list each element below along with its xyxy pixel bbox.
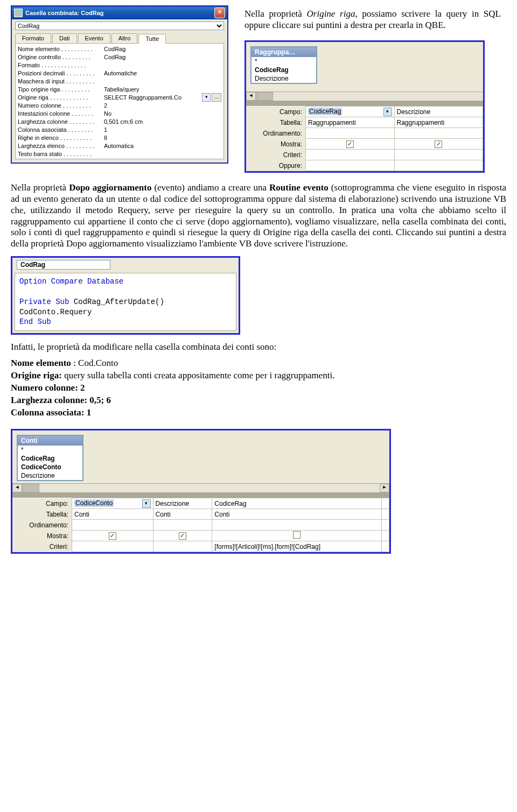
property-row[interactable]: Origine riga . . . . . . . . . . . .SELE…: [17, 93, 222, 101]
property-value[interactable]: No: [104, 110, 221, 117]
property-value[interactable]: Automatiche: [104, 70, 221, 76]
grid-cell[interactable]: Raggruppamenti: [306, 117, 395, 128]
tab-altro[interactable]: Altro: [111, 33, 138, 43]
chevron-down-icon[interactable]: ▾: [142, 499, 151, 508]
grid-cell[interactable]: [306, 150, 395, 160]
grid-cell[interactable]: [153, 531, 212, 541]
qbe-field-table[interactable]: Conti * CodiceRag CodiceConto Descrizion…: [17, 435, 83, 481]
mostra-checkbox[interactable]: [435, 140, 442, 148]
grid-cell[interactable]: Conti: [212, 509, 382, 520]
hscrollbar[interactable]: ◄: [246, 91, 483, 101]
property-value[interactable]: 1: [104, 126, 221, 133]
property-row[interactable]: Tipo origine riga . . . . . . . . .Tabel…: [17, 85, 222, 93]
scroll-thumb[interactable]: [256, 92, 273, 101]
property-sheet[interactable]: Nome elemento . . . . . . . . . .CodRagO…: [15, 43, 224, 159]
grid-cell[interactable]: [382, 509, 389, 520]
grid-cell[interactable]: [72, 531, 153, 541]
grid-cell[interactable]: [153, 520, 212, 531]
qbe-table-header[interactable]: Conti: [18, 436, 82, 446]
builder-button[interactable]: …: [212, 93, 221, 102]
mostra-checkbox[interactable]: [293, 531, 301, 539]
object-dropdown[interactable]: CodRag: [17, 260, 110, 270]
property-row[interactable]: Righe in elenco . . . . . . . . . .8: [17, 133, 222, 142]
grid-cell[interactable]: [382, 541, 389, 552]
qbe-field[interactable]: Descrizione: [251, 74, 316, 83]
grid-cell[interactable]: Raggruppamenti: [394, 117, 483, 128]
grid-cell[interactable]: Conti: [153, 509, 212, 520]
property-row[interactable]: Posizioni decimali . . . . . . . . .Auto…: [17, 69, 222, 77]
grid-cell[interactable]: [382, 498, 389, 509]
tab-formato[interactable]: Formato: [15, 33, 51, 43]
qbe-field[interactable]: *: [251, 57, 316, 66]
grid-cell[interactable]: Conti: [72, 509, 153, 520]
scroll-right-icon[interactable]: ►: [380, 484, 389, 492]
grid-cell[interactable]: [382, 531, 389, 541]
grid-cell[interactable]: [394, 128, 483, 139]
titlebar[interactable]: Casella combinata: CodRag ×: [12, 6, 227, 19]
close-icon[interactable]: ×: [214, 8, 225, 18]
qbe-field-table[interactable]: Raggruppa… * CodiceRag Descrizione: [250, 46, 317, 84]
code-area[interactable]: Option Compare Database Private Sub CodR…: [15, 273, 236, 331]
grid-cell[interactable]: CodiceRag: [212, 498, 382, 509]
scroll-left-icon[interactable]: ◄: [246, 92, 256, 101]
property-row[interactable]: Intestazioni colonne . . . . . . .No: [17, 109, 222, 117]
property-row[interactable]: Colonna associata . . . . . . . .1: [17, 125, 222, 133]
property-row[interactable]: Testo barra stato . . . . . . . . .: [17, 150, 222, 158]
grid-cell[interactable]: [306, 160, 395, 171]
property-row[interactable]: Larghezza colonne . . . . . . . .0,501 c…: [17, 117, 222, 125]
qbe-grid[interactable]: Campo: CodiceConto▾ Descrizione CodiceRa…: [12, 497, 389, 552]
qbe-grid[interactable]: Campo: CodiceRag▾ Descrizione Tabella: R…: [246, 105, 483, 171]
property-value[interactable]: 2: [104, 102, 221, 109]
grid-cell[interactable]: [153, 541, 212, 552]
property-row[interactable]: Nome elemento . . . . . . . . . .CodRag: [17, 45, 222, 53]
grid-cell[interactable]: [72, 520, 153, 531]
qbe-table-area[interactable]: Conti * CodiceRag CodiceConto Descrizion…: [12, 430, 389, 483]
grid-cell[interactable]: [forms]![Articoli]![ms].[form]![CodRag]: [212, 541, 382, 552]
chevron-down-icon[interactable]: ▾: [383, 108, 392, 116]
hscrollbar[interactable]: ◄ ►: [12, 483, 389, 492]
property-value[interactable]: CodRag: [104, 46, 221, 52]
chevron-down-icon[interactable]: ▾: [202, 93, 211, 102]
property-row[interactable]: Numero colonne . . . . . . . . .2: [17, 101, 222, 109]
qbe-field[interactable]: *: [18, 446, 82, 454]
mostra-checkbox[interactable]: [179, 532, 186, 540]
grid-cell[interactable]: [394, 160, 483, 171]
grid-cell[interactable]: [394, 139, 483, 150]
property-row[interactable]: Maschera di input . . . . . . . . .: [17, 77, 222, 85]
mostra-checkbox[interactable]: [346, 140, 354, 148]
property-value[interactable]: 0,501 cm;6 cm: [104, 118, 221, 125]
property-value[interactable]: 8: [104, 135, 221, 141]
grid-cell[interactable]: [394, 150, 483, 160]
paragraph: Infatti, le proprietà da modificare nell…: [11, 341, 506, 353]
qbe-table-area[interactable]: Raggruppa… * CodiceRag Descrizione: [246, 42, 483, 91]
property-row[interactable]: Origine controllo . . . . . . . . .CodRa…: [17, 53, 222, 61]
property-value[interactable]: CodRag: [104, 54, 221, 60]
property-value[interactable]: Automatica: [104, 143, 221, 149]
mostra-checkbox[interactable]: [109, 532, 116, 540]
grid-cell[interactable]: Descrizione: [394, 107, 483, 117]
grid-cell[interactable]: [212, 520, 382, 531]
grid-cell[interactable]: [306, 128, 395, 139]
qbe-field[interactable]: Descrizione: [18, 471, 82, 480]
grid-cell[interactable]: [382, 520, 389, 531]
grid-cell[interactable]: [212, 531, 382, 541]
qbe-field[interactable]: CodiceRag: [18, 454, 82, 463]
tab-evento[interactable]: Evento: [78, 33, 110, 43]
grid-cell[interactable]: [72, 541, 153, 552]
tab-dati[interactable]: Dati: [52, 33, 77, 43]
property-row[interactable]: Formato . . . . . . . . . . . . . .: [17, 61, 222, 69]
grid-cell[interactable]: CodiceConto▾: [72, 498, 153, 509]
property-value[interactable]: SELECT Raggruppamenti.Co▾…: [104, 93, 221, 102]
grid-cell[interactable]: CodiceRag▾: [306, 107, 395, 117]
property-value[interactable]: Tabella/query: [104, 86, 221, 93]
grid-cell[interactable]: [306, 139, 395, 150]
property-row[interactable]: Larghezza elenco . . . . . . . . .Automa…: [17, 142, 222, 150]
qbe-field[interactable]: CodiceConto: [18, 463, 82, 471]
object-selector[interactable]: CodRag: [15, 22, 224, 30]
tab-tutte[interactable]: Tutte: [138, 34, 166, 44]
grid-cell[interactable]: Descrizione: [153, 498, 212, 509]
qbe-table-header[interactable]: Raggruppa…: [251, 47, 316, 57]
qbe-field[interactable]: CodiceRag: [251, 66, 316, 74]
scroll-left-icon[interactable]: ◄: [12, 484, 22, 492]
scroll-thumb[interactable]: [22, 484, 39, 492]
